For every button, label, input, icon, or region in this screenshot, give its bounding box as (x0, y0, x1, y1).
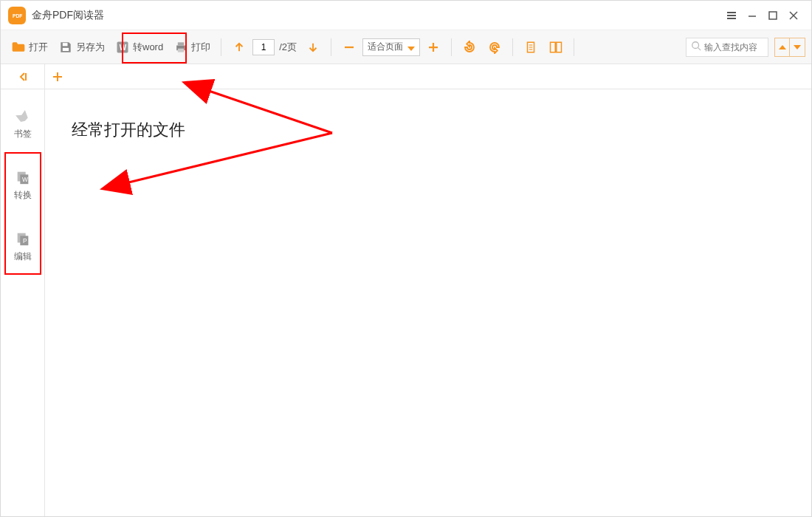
open-label: 打开 (29, 41, 48, 54)
rotate-ccw-icon (462, 40, 477, 55)
two-page-view-button[interactable] (544, 35, 568, 59)
svg-text:W: W (120, 44, 127, 52)
convert-icon: W (14, 168, 32, 186)
svg-line-23 (698, 47, 701, 50)
title-bar: PDF 金舟PDF阅读器 (1, 1, 811, 30)
save-icon (58, 40, 73, 55)
search-icon (691, 41, 701, 54)
page-number-input[interactable] (252, 39, 275, 55)
word-icon: W (115, 40, 130, 55)
arrow-down-icon (306, 40, 320, 55)
chevron-down-icon (407, 41, 415, 54)
close-button[interactable] (783, 5, 804, 26)
separator (451, 38, 452, 56)
next-page-button[interactable] (301, 35, 325, 59)
search-prev-button[interactable] (775, 38, 790, 56)
minimize-button[interactable] (742, 5, 763, 26)
svg-text:PDF: PDF (13, 13, 22, 18)
rotate-ccw-button[interactable] (458, 35, 481, 59)
sidebar-bookmark-label: 书签 (14, 128, 32, 140)
folder-icon (11, 40, 26, 55)
svg-text:W: W (22, 177, 28, 183)
search-box[interactable] (686, 38, 768, 57)
bookmark-icon (14, 107, 32, 125)
svg-point-22 (692, 41, 699, 48)
zoom-out-button[interactable] (337, 35, 361, 59)
svg-rect-20 (551, 42, 556, 52)
svg-rect-9 (63, 47, 69, 50)
open-button[interactable]: 打开 (7, 35, 52, 59)
svg-rect-8 (63, 43, 68, 46)
sidebar-convert-label: 转换 (14, 189, 32, 202)
app-title: 金舟PDF阅读器 (32, 9, 104, 22)
hamburger-menu-icon[interactable] (721, 5, 742, 26)
to-word-button[interactable]: W 转word (111, 35, 168, 59)
plus-icon (426, 40, 441, 55)
single-page-icon (523, 40, 538, 55)
svg-text:P: P (23, 238, 27, 244)
content-area: 经常打开的文件 (45, 89, 811, 517)
separator (512, 38, 513, 56)
minus-icon (342, 40, 357, 55)
print-icon (173, 40, 188, 55)
arrow-up-icon (232, 40, 247, 55)
zoom-in-button[interactable] (422, 35, 445, 59)
prev-page-button[interactable] (227, 35, 251, 59)
new-tab-button[interactable] (45, 64, 70, 89)
fit-mode-dropdown[interactable]: 适合页面 (362, 38, 420, 56)
fit-mode-label: 适合页面 (368, 41, 403, 53)
rotate-cw-icon (487, 40, 502, 55)
sidebar-item-bookmark[interactable]: 书签 (7, 104, 39, 143)
print-label: 打印 (191, 41, 210, 54)
separator (331, 38, 331, 56)
svg-rect-5 (769, 12, 777, 19)
recent-files-heading: 经常打开的文件 (72, 119, 785, 141)
app-logo: PDF (8, 7, 26, 24)
sidebar-edit-label: 编辑 (14, 250, 32, 263)
collapse-sidebar-button[interactable] (1, 64, 45, 89)
main-toolbar: 打开 另存为 W 转word 打印 /2页 适合页面 (1, 30, 811, 64)
tab-strip (1, 64, 811, 89)
body-area: 书签 W 转换 P 编辑 经常打开的文件 (1, 89, 811, 517)
svg-rect-13 (178, 42, 184, 45)
maximize-button[interactable] (763, 5, 783, 26)
search-next-button[interactable] (790, 38, 805, 56)
two-page-icon (548, 40, 563, 55)
sidebar: 书签 W 转换 P 编辑 (1, 89, 45, 517)
search-nav-group (774, 38, 805, 57)
separator (574, 38, 574, 56)
save-as-label: 另存为 (76, 41, 105, 54)
sidebar-item-convert[interactable]: W 转换 (7, 165, 39, 205)
search-input[interactable] (704, 42, 763, 52)
separator (221, 38, 221, 56)
save-as-button[interactable]: 另存为 (54, 35, 109, 59)
single-page-view-button[interactable] (519, 35, 543, 59)
edit-icon: P (14, 230, 32, 247)
svg-rect-14 (178, 48, 184, 52)
rotate-cw-button[interactable] (483, 35, 506, 59)
page-total-label: /2页 (279, 41, 297, 54)
sidebar-item-edit[interactable]: P 编辑 (7, 227, 39, 266)
svg-rect-21 (557, 42, 562, 52)
to-word-label: 转word (133, 41, 163, 54)
print-button[interactable]: 打印 (169, 35, 215, 59)
